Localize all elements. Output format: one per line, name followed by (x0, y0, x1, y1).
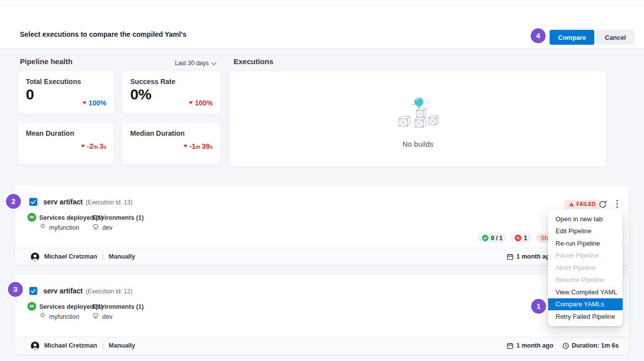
step-badge-3: 3 (8, 282, 23, 297)
metric-delta: -1m 39s (183, 142, 213, 150)
service-name: myfunction (49, 224, 79, 231)
check-circle-icon (482, 235, 488, 241)
metric-label: Median Duration (130, 129, 185, 137)
execution-title-row: serv artifact (Execution Id: 12) (43, 287, 132, 295)
environments-label: Environments (1) (93, 214, 144, 221)
execution-row-12[interactable]: serv artifact (Execution Id: 12) ∞ Servi… (15, 274, 629, 354)
pipeline-health-title: Pipeline health (20, 57, 73, 66)
divider: | (102, 253, 103, 260)
duration: Duration: 1m 6s (572, 342, 619, 349)
cancel-button[interactable]: Cancel (596, 30, 635, 45)
service-name: myfunction (49, 313, 79, 320)
step-badge-4: 4 (531, 28, 546, 43)
menu-item-pause-pipeline: Pause Pipeline (548, 250, 623, 262)
more-options-button[interactable] (614, 199, 620, 210)
menu-item-rerun-pipeline[interactable]: Re-run Pipeline (548, 237, 623, 250)
author-name: Michael Cretzman (44, 253, 97, 260)
metric-label: Success Rate (130, 78, 175, 86)
environments-label: Environments (1) (93, 303, 144, 310)
x-circle-icon (515, 235, 521, 241)
menu-item-retry-failed-pipeline[interactable]: Retry Failed Pipeline (548, 310, 623, 323)
compare-button[interactable]: Compare (550, 30, 594, 45)
step-badge-2: 2 (6, 194, 21, 209)
compare-executions-page: Select executions to compare the compile… (0, 0, 644, 361)
metric-label: Total Executions (26, 78, 81, 86)
empty-state-text: No builds (402, 140, 434, 148)
status-badge-failed: FAILED (564, 200, 600, 209)
execution-id: (Execution Id: 13) (85, 199, 132, 206)
menu-item-open-in-new-tab[interactable]: Open in new tab (548, 213, 623, 225)
failed-count-pill: 1 (511, 233, 531, 243)
clock-icon (563, 343, 569, 349)
top-divider (0, 4, 644, 5)
author-name: Michael Cretzman (44, 342, 97, 349)
executions-empty-panel: No builds (229, 71, 607, 167)
execution-footer: Michael Cretzman | Manually 1 month ago … (15, 337, 629, 354)
execution-context-menu: Open in new tab Edit Pipeline Re-run Pip… (548, 209, 623, 326)
check-icon (31, 289, 36, 293)
execution-checkbox[interactable] (29, 198, 37, 206)
time-range-label: Last 30 days (175, 60, 209, 67)
metric-value: 0% (130, 86, 151, 103)
metric-label: Mean Duration (26, 129, 74, 137)
avatar (31, 253, 39, 261)
trigger-type: Manually (109, 253, 136, 260)
environment-icon (92, 313, 99, 319)
menu-item-view-compiled-yaml[interactable]: View Compiled YAML (548, 286, 623, 298)
environment-icon (92, 224, 99, 230)
pipeline-name[interactable]: serv artifact (43, 198, 82, 206)
success-count-pill: 0 / 1 (478, 233, 506, 243)
menu-item-abort-pipeline: Abort Pipeline (548, 262, 623, 274)
pipeline-name[interactable]: serv artifact (43, 287, 82, 295)
metric-value: 0 (26, 86, 34, 103)
step-badge-1: 1 (531, 299, 546, 314)
environment-name: dev (102, 313, 112, 320)
execution-checkbox[interactable] (29, 287, 37, 295)
executions-title: Executions (234, 57, 273, 66)
calendar-icon (507, 343, 513, 349)
metric-card-mean-duration: Mean Duration -2m 3s (17, 122, 115, 165)
metric-delta: -2m 3s (81, 142, 106, 150)
execution-footer: Michael Cretzman | Manually 1 month ago … (15, 248, 629, 265)
trend-down-icon (189, 101, 193, 104)
time-ago: 1 month ago (516, 342, 553, 349)
execution-title-row: serv artifact (Execution Id: 13) (43, 198, 132, 206)
trend-down-icon (183, 145, 187, 148)
metric-delta: 100% (82, 99, 106, 107)
metric-delta: 100% (189, 99, 213, 107)
warning-triangle-icon (569, 202, 574, 206)
trend-down-icon (82, 101, 86, 104)
page-title: Select executions to compare the compile… (20, 30, 186, 38)
chevron-down-icon (212, 60, 217, 65)
calendar-icon (507, 254, 513, 260)
time-range-dropdown[interactable]: Last 30 days (175, 60, 216, 67)
cd-service-icon: ∞ (27, 302, 36, 311)
menu-item-edit-pipeline[interactable]: Edit Pipeline (548, 225, 623, 238)
gear-icon: ⚙ (40, 222, 46, 230)
execution-id: (Execution Id: 12) (85, 288, 132, 295)
metric-card-success-rate: Success Rate 0% 100% (122, 71, 221, 114)
divider: | (102, 342, 103, 349)
cd-service-icon: ∞ (27, 213, 36, 222)
check-icon (31, 200, 36, 204)
gear-icon: ⚙ (40, 311, 46, 319)
environment-name: dev (102, 224, 112, 231)
metric-card-total-executions: Total Executions 0 100% (17, 71, 115, 114)
menu-item-resume-pipeline: Resume Pipeline (548, 274, 623, 286)
menu-item-compare-yamls[interactable]: Compare YAMLs (548, 298, 623, 311)
execution-row-13[interactable]: serv artifact (Execution Id: 13) ∞ Servi… (15, 185, 629, 265)
trigger-type: Manually (109, 342, 136, 349)
no-builds-illustration (393, 95, 443, 135)
trend-down-icon (81, 145, 85, 148)
metric-card-median-duration: Median Duration -1m 39s (122, 122, 221, 165)
kebab-icon (616, 199, 618, 208)
avatar (31, 342, 39, 350)
